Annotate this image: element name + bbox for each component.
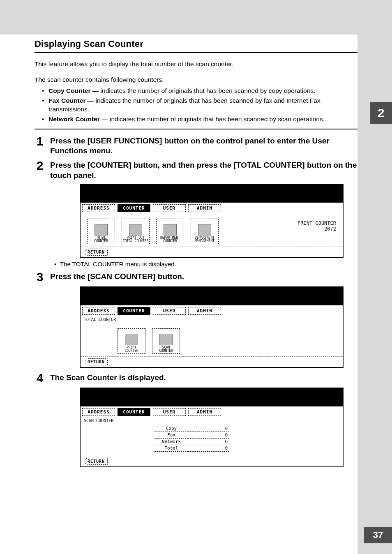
scan-counter-button[interactable]: SCAN COUNTER: [152, 328, 180, 354]
page-number: 37: [364, 527, 392, 543]
panel2-subtitle: TOTAL COUNTER: [81, 316, 343, 323]
department-counter-button[interactable]: DEPARTMENT COUNTER: [156, 219, 184, 244]
department-management-button[interactable]: DEPARTMENT MANAGEMENT: [191, 219, 219, 244]
return-button[interactable]: RETURN: [85, 358, 108, 365]
row-total-label: Total: [154, 445, 188, 452]
row-copy-value: 0: [188, 425, 229, 432]
row-fax-label: Fax: [154, 432, 188, 439]
row-network-label: Network: [154, 439, 188, 445]
contains-text: The scan counter contains following coun…: [35, 75, 357, 84]
screenshot-panel-1: ADDRESS COUNTER USER ADMIN TOTAL COUNTER…: [80, 184, 344, 258]
bullet-copy-counter: Copy Counter — indicates the number of o…: [42, 86, 357, 95]
chapter-tab: 2: [370, 102, 392, 124]
tab-counter[interactable]: COUNTER: [118, 408, 150, 416]
step-number-4: 4: [35, 372, 45, 384]
print-counter-value: 2072: [297, 226, 336, 232]
row-network-value: 0: [188, 439, 229, 445]
screenshot-panel-2: ADDRESS COUNTER USER ADMIN TOTAL COUNTER…: [80, 286, 344, 368]
print-counter-label: PRINT COUNTER: [297, 220, 336, 226]
bullet-fax-counter: Fax Counter — indicates the number of or…: [42, 96, 357, 114]
tab-counter[interactable]: COUNTER: [118, 204, 150, 212]
tab-counter[interactable]: COUNTER: [118, 307, 150, 315]
print-counter-button[interactable]: PRINT COUNTER: [118, 328, 145, 354]
row-total-value: 0: [188, 445, 229, 452]
tab-user[interactable]: USER: [153, 408, 186, 416]
bullet-network-counter: Network Counter — indicates the number o…: [42, 115, 357, 124]
row-fax-value: 0: [188, 432, 229, 439]
tab-admin[interactable]: ADMIN: [188, 307, 221, 315]
tab-admin[interactable]: ADMIN: [188, 204, 221, 212]
return-button[interactable]: RETURN: [85, 458, 108, 465]
step-text-3: Press the [SCAN COUNTER] button.: [50, 271, 184, 283]
return-button[interactable]: RETURN: [85, 249, 108, 256]
step-text-4: The Scan Counter is displayed.: [50, 372, 166, 384]
tab-user[interactable]: USER: [153, 204, 186, 212]
intro-text: This feature allows you to display the t…: [35, 60, 357, 69]
tab-admin[interactable]: ADMIN: [188, 408, 221, 416]
tab-user[interactable]: USER: [153, 307, 186, 315]
total-counter-button[interactable]: TOTAL COUNTER: [87, 219, 115, 244]
screenshot-panel-3: ADDRESS COUNTER USER ADMIN SCAN COUNTER …: [80, 388, 344, 467]
step-number-2: 2: [35, 159, 45, 180]
step-number-1: 1: [35, 135, 45, 156]
tab-address[interactable]: ADDRESS: [82, 307, 115, 315]
step-number-3: 3: [35, 271, 45, 283]
print-out-total-counter-button[interactable]: PRINT OUT TOTAL COUNTER: [122, 219, 150, 244]
tab-address[interactable]: ADDRESS: [82, 204, 115, 212]
panel3-subtitle: SCAN COUNTER: [81, 417, 343, 424]
step-text-1: Press the [USER FUNCTIONS] button on the…: [50, 135, 357, 156]
section-heading: Displaying Scan Counter: [35, 39, 357, 49]
step2-note: The TOTAL COUNTER menu is displayed.: [54, 261, 357, 268]
row-copy-label: Copy: [154, 425, 188, 432]
step-text-2: Press the [COUNTER] button, and then pre…: [50, 159, 357, 180]
tab-address[interactable]: ADDRESS: [82, 408, 115, 416]
